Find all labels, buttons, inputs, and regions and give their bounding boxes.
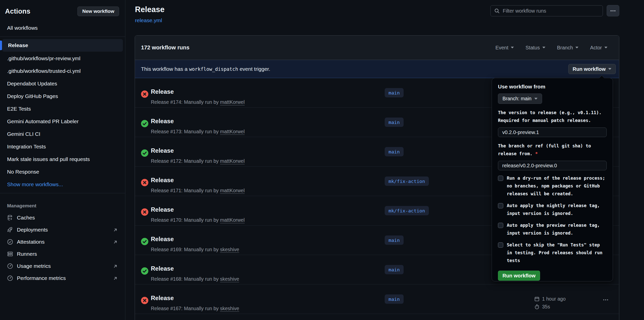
- external-link-icon: [113, 264, 118, 269]
- sidebar-divider: [0, 193, 125, 193]
- sidebar-workflow-item[interactable]: Gemini CLI CI: [0, 128, 125, 140]
- workflow-input-group: The version to release (e.g., v0.1.11). …: [498, 109, 607, 137]
- chevron-down-icon: [575, 47, 578, 49]
- sidebar-workflow-item[interactable]: .github/workflows/trusted-ci.yml: [0, 65, 125, 77]
- run-title[interactable]: Release: [151, 118, 174, 125]
- success-icon: [141, 120, 148, 127]
- use-workflow-from-label: Use workflow from: [498, 84, 607, 90]
- branch-badge[interactable]: main: [385, 236, 404, 245]
- branch-badge[interactable]: main: [385, 295, 404, 304]
- run-title[interactable]: Release: [151, 295, 174, 302]
- chevron-down-icon: [608, 68, 611, 70]
- run-subtitle: Release #170: Manually run by: [151, 217, 220, 223]
- run-actor-link[interactable]: mattKorwel: [220, 99, 245, 105]
- sidebar-item-performance-metrics[interactable]: Performance metrics: [0, 272, 125, 284]
- banner-text-prefix: This workflow has a: [141, 66, 187, 72]
- checkbox-label: Select to skip the "Run Tests" step in t…: [507, 241, 607, 265]
- management-list: Caches Deployments Attestations Runners: [0, 212, 125, 284]
- branch-badge[interactable]: main: [385, 88, 404, 98]
- filter-actor[interactable]: Actor: [590, 45, 607, 51]
- run-actor-link[interactable]: skeshive: [220, 306, 239, 311]
- run-actor-link[interactable]: mattKorwel: [220, 217, 245, 223]
- checkbox[interactable]: [498, 176, 503, 181]
- sidebar-item-all-workflows[interactable]: All workflows: [0, 22, 125, 34]
- sidebar-workflow-item[interactable]: Mark stale issues and pull requests: [0, 153, 125, 166]
- new-workflow-button[interactable]: New workflow: [77, 7, 119, 16]
- chevron-down-icon: [542, 47, 545, 49]
- sidebar-item-attestations[interactable]: Attestations: [0, 236, 125, 248]
- sidebar-item-deployments[interactable]: Deployments: [0, 224, 125, 236]
- workflow-input-field[interactable]: [498, 127, 607, 137]
- checkbox[interactable]: [498, 223, 503, 228]
- workflow-checkbox-row: Run a dry-run of the release process; no…: [498, 174, 607, 198]
- run-workflow-panel: Use workflow from Branch: main The versi…: [492, 78, 613, 281]
- workflow-options-kebab-button[interactable]: [607, 5, 619, 16]
- show-more-workflows-link[interactable]: Show more workflows...: [0, 178, 125, 191]
- chevron-down-icon: [511, 47, 514, 49]
- filter-event[interactable]: Event: [495, 45, 514, 51]
- database-icon: [7, 215, 13, 221]
- sidebar-workflow-item[interactable]: Integration Tests: [0, 140, 125, 153]
- run-actor-link[interactable]: mattKorwel: [220, 158, 245, 164]
- workflow-dispatch-banner: This workflow has a workflow_dispatch ev…: [135, 60, 619, 78]
- filter-branch[interactable]: Branch: [557, 45, 578, 51]
- run-duration: 35s: [542, 304, 550, 310]
- banner-code: workflow_dispatch: [187, 66, 239, 72]
- sidebar-item-usage-metrics[interactable]: Usage metrics: [0, 260, 125, 272]
- sidebar-workflow-item[interactable]: E2E Tests: [0, 103, 125, 115]
- sidebar-workflow-item[interactable]: .github/workflows/pr-review.yml: [0, 52, 125, 65]
- required-asterisk: *: [533, 151, 538, 156]
- workflow-list: .github/workflows/pr-review.yml.github/w…: [0, 52, 125, 178]
- panel-fields: The version to release (e.g., v0.1.11). …: [498, 109, 607, 170]
- workflow-run-row[interactable]: Release Release #167: Manually run by sk…: [135, 284, 619, 314]
- stopwatch-icon: [534, 304, 540, 309]
- sidebar-workflow-item[interactable]: Dependabot Updates: [0, 77, 125, 90]
- branch-selector-button[interactable]: Branch: main: [498, 93, 542, 104]
- success-icon: [141, 149, 148, 157]
- run-title[interactable]: Release: [151, 88, 174, 95]
- sidebar-item-caches[interactable]: Caches: [0, 212, 125, 224]
- branch-badge[interactable]: main: [385, 118, 404, 127]
- run-title[interactable]: Release: [151, 265, 174, 272]
- run-actor-link[interactable]: skeshive: [220, 247, 239, 252]
- run-title[interactable]: Release: [151, 177, 174, 184]
- workflow-file-link[interactable]: release.yml: [135, 17, 162, 23]
- run-title[interactable]: Release: [151, 206, 174, 213]
- run-workflow-submit-button[interactable]: Run workflow: [498, 271, 540, 281]
- workflow-input-field[interactable]: [498, 161, 607, 170]
- run-title[interactable]: Release: [151, 236, 174, 243]
- branch-badge[interactable]: main: [385, 265, 404, 274]
- checkbox[interactable]: [498, 242, 503, 248]
- sidebar-item-runners[interactable]: Runners: [0, 248, 125, 260]
- workflow-checkbox-row: Auto apply the preview release tag, inpu…: [498, 221, 607, 237]
- sidebar-title: Actions: [5, 8, 30, 15]
- filter-status[interactable]: Status: [525, 45, 545, 51]
- run-meta: 1 hour ago 35s: [534, 295, 566, 311]
- run-actor-link[interactable]: mattKorwel: [220, 188, 245, 193]
- branch-badge[interactable]: mk/fix-action: [385, 177, 429, 186]
- run-subtitle: Release #169: Manually run by: [151, 247, 220, 252]
- checkbox[interactable]: [498, 203, 503, 208]
- run-actor-link[interactable]: skeshive: [220, 276, 239, 282]
- external-link-icon: [113, 276, 118, 281]
- sidebar-workflow-item[interactable]: No Response: [0, 166, 125, 178]
- run-title[interactable]: Release: [151, 147, 174, 154]
- sidebar-item-release-selected[interactable]: Release: [2, 39, 123, 52]
- failure-icon: [141, 90, 148, 98]
- sidebar-workflow-item[interactable]: Deploy GitHub Pages: [0, 90, 125, 103]
- run-workflow-dropdown-button[interactable]: Run workflow: [568, 64, 616, 74]
- filter-runs-input[interactable]: Filter workflow runs: [490, 5, 603, 16]
- sidebar-divider: [0, 37, 125, 37]
- kebab-icon: [610, 8, 616, 14]
- run-actor-link[interactable]: mattKorwel: [220, 129, 245, 134]
- run-filters: Event Status Branch Actor: [495, 45, 613, 51]
- run-kebab-button[interactable]: [601, 297, 611, 303]
- sidebar-workflow-item[interactable]: Gemini Automated PR Labeler: [0, 115, 125, 128]
- checkbox-label: Auto apply the nightly release tag, inpu…: [507, 202, 607, 217]
- run-subtitle: Release #172: Manually run by: [151, 158, 220, 164]
- workflow-input-group: The branch or ref (full git sha) to rele…: [498, 142, 607, 170]
- branch-badge[interactable]: main: [385, 147, 404, 156]
- chevron-down-icon: [534, 98, 538, 100]
- checkbox-label: Auto apply the preview release tag, inpu…: [507, 221, 607, 237]
- branch-badge[interactable]: mk/fix-action: [385, 206, 429, 215]
